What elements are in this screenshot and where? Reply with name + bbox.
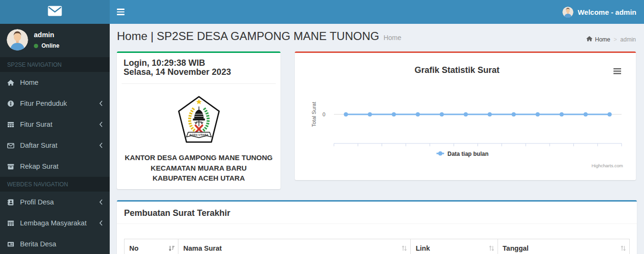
highcharts-credit[interactable]: Highcharts.com (592, 163, 623, 168)
online-dot-icon (34, 44, 38, 48)
sidebar-item-label: Berita Desa (20, 240, 56, 248)
sidebar-item-daftar-surat[interactable]: Daftar Surat (0, 135, 110, 156)
office-line-2: KECAMATAN MUARA BARU (117, 163, 280, 173)
user-status-label: Online (42, 42, 59, 49)
welcome-text: Welcome - admin (578, 8, 636, 16)
navbar-user-menu[interactable]: Welcome - admin (555, 0, 644, 24)
sidebar-item-label: Lembaga Masyarakat (20, 219, 86, 227)
chevron-left-icon (99, 122, 103, 127)
sort-asc-active-icon (168, 245, 175, 251)
envelope-icon (48, 6, 62, 18)
brand-logo-area[interactable] (0, 0, 110, 24)
breadcrumb-separator: > (613, 36, 617, 43)
legend-item[interactable]: Data tiap bulan (436, 151, 488, 157)
page-subtitle: Home (384, 34, 401, 41)
hamburger-icon (613, 68, 621, 74)
sidebar-item-label: Home (20, 79, 39, 86)
legend-label: Data tiap bulan (447, 151, 488, 157)
user-avatar (562, 7, 573, 18)
sidebar-item-fitur-surat[interactable]: Fitur Surat (0, 114, 110, 135)
table-header-row: No Nama Surat Link Tanggal (125, 239, 630, 254)
recent-letters-table: No Nama Surat Link Tanggal (124, 239, 630, 254)
archive-icon (7, 163, 20, 170)
sidebar-item-home[interactable]: Home (0, 72, 110, 93)
emblem-banner-text: ACEH UTARA (189, 133, 208, 136)
sidebar-user-panel: admin Online (0, 24, 110, 57)
column-header-no[interactable]: No (125, 239, 178, 254)
office-line-3: KABUPATEN ACEH UTARA (117, 173, 280, 183)
user-avatar (7, 29, 28, 51)
divider (122, 83, 276, 84)
breadcrumb: Home > admin (586, 36, 636, 43)
sidebar-item-lembaga-masyarakat[interactable]: Lembaga Masyarakat (0, 213, 110, 234)
chevron-left-icon (99, 220, 103, 226)
info-circle-icon (7, 100, 20, 107)
table-box-title: Pembuatan Surat Terakhir (117, 202, 637, 224)
chevron-left-icon (99, 101, 103, 106)
column-header-link[interactable]: Link (411, 239, 498, 254)
chevron-left-icon (99, 142, 103, 148)
x-axis-ticks (334, 143, 622, 146)
login-info-box: Login, 10:29:38 WIB Selasa, 14 November … (117, 51, 280, 189)
sidebar-item-label: Fitur Surat (20, 121, 52, 128)
main-content: Home | SP2SE DESA GAMPONG MANE TUNONG Ho… (110, 24, 644, 254)
sidebar-item-label: Fitur Penduduk (20, 100, 67, 107)
sidebar-item-rekap-surat[interactable]: Rekap Surat (0, 156, 110, 177)
sidebar-menu: SP2SE NAVIGATION Home Fitur Penduduk Fit… (0, 57, 110, 254)
breadcrumb-home-link[interactable]: Home (586, 36, 610, 43)
recent-letters-box: Pembuatan Surat Terakhir No Nama Surat (117, 200, 637, 254)
breadcrumb-current: admin (620, 36, 636, 43)
address-book-icon (7, 199, 20, 206)
login-time: Login, 10:29:38 WIB (124, 59, 276, 68)
sidebar-item-profil-desa[interactable]: Profil Desa (0, 192, 110, 213)
top-navbar: Welcome - admin (110, 0, 644, 24)
user-status-link[interactable]: Online (34, 42, 59, 49)
sidebar-item-label: Rekap Surat (20, 163, 59, 170)
table-icon (7, 220, 20, 227)
sidebar-toggle-button[interactable] (110, 0, 132, 24)
chart-box: Grafik Statistik Surat Total Surat 0 Dat… (295, 51, 636, 180)
newspaper-icon (7, 241, 20, 248)
sidebar-item-label: Daftar Surat (20, 142, 57, 149)
sort-both-icon (402, 245, 407, 251)
menu-section-sp2se: SP2SE NAVIGATION (0, 57, 110, 72)
column-header-tanggal[interactable]: Tanggal (498, 239, 629, 254)
user-name: admin (34, 31, 59, 39)
column-header-nama-surat[interactable]: Nama Surat (178, 239, 411, 254)
y-axis-tick-zero: 0 (322, 112, 325, 117)
office-line-1: KANTOR DESA GAMPONG MANE TUNONG (117, 152, 280, 163)
sidebar-item-berita-desa[interactable]: Berita Desa (0, 234, 110, 254)
data-series (344, 112, 612, 117)
surat-chart: Grafik Statistik Surat Total Surat 0 Dat… (295, 53, 636, 180)
menu-section-webdes: WEBDES NAVIGATION (0, 177, 110, 192)
sidebar: admin Online SP2SE NAVIGATION Home Fitur… (0, 24, 110, 254)
chart-export-menu-button[interactable] (613, 68, 621, 74)
sort-both-icon (621, 245, 626, 251)
home-icon (7, 79, 20, 86)
page-title: Home | SP2SE DESA GAMPONG MANE TUNONG Ho… (117, 30, 637, 43)
aceh-utara-emblem: ACEH UTARA (117, 95, 280, 145)
chevron-left-icon (99, 199, 103, 205)
sort-both-icon (489, 245, 494, 251)
login-date: Selasa, 14 November 2023 (124, 68, 276, 77)
table-icon (7, 121, 20, 128)
chart-title: Grafik Statistik Surat (415, 65, 499, 75)
y-axis-label: Total Surat (311, 102, 317, 127)
sidebar-item-label: Profil Desa (20, 198, 54, 206)
legend-marker-dot (438, 152, 443, 156)
home-icon (586, 36, 592, 43)
envelope-icon (7, 142, 20, 149)
sidebar-item-fitur-penduduk[interactable]: Fitur Penduduk (0, 93, 110, 114)
